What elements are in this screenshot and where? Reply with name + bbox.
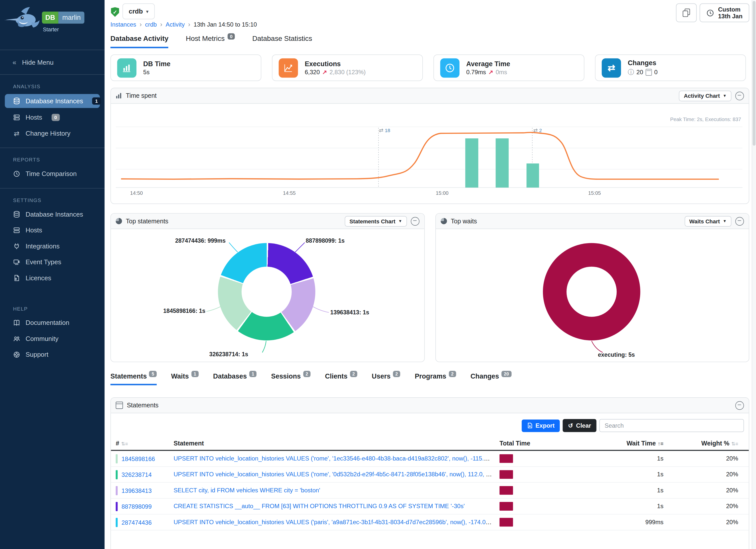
tab-programs[interactable]: Programs2 bbox=[415, 372, 456, 385]
weight-value: 20% bbox=[664, 471, 738, 478]
sidebar-item-support[interactable]: Support bbox=[0, 348, 105, 361]
brand-tier: Starter bbox=[43, 27, 59, 32]
collapse-panel-icon[interactable] bbox=[411, 217, 420, 226]
col-wait-time[interactable]: Wait Time↑≡ bbox=[596, 440, 663, 447]
collapse-panel-icon[interactable] bbox=[735, 217, 744, 226]
hide-menu-button[interactable]: « Hide Menu bbox=[0, 50, 105, 75]
card-db-time[interactable]: DB Time 5s bbox=[110, 54, 261, 81]
sidebar-item-community[interactable]: Community bbox=[0, 332, 105, 345]
panel-title: Time spent bbox=[126, 92, 157, 99]
statement-color-bar bbox=[116, 470, 118, 479]
wait-time-value: 1s bbox=[596, 455, 663, 462]
statement-color-bar bbox=[116, 486, 118, 495]
wait-time-value: 1s bbox=[596, 471, 663, 478]
collapse-panel-icon[interactable] bbox=[735, 401, 744, 410]
weight-value: 20% bbox=[664, 503, 738, 510]
tab-databases[interactable]: Databases1 bbox=[213, 372, 257, 385]
sidebar-item-integrations[interactable]: Integrations bbox=[0, 240, 105, 253]
search-input[interactable] bbox=[599, 419, 744, 432]
activity-chart[interactable]: Peak Time: 2s, Executions: 837 ⇄ 18 bbox=[111, 104, 749, 204]
slice-label: 139638413: 1s bbox=[330, 309, 369, 316]
statement-id-link[interactable]: 1845898166 bbox=[122, 455, 155, 462]
waits-donut-chart[interactable]: executing: 5s bbox=[436, 229, 749, 362]
brand-logo[interactable]: DBmarlin Starter bbox=[0, 0, 105, 50]
total-time-bar bbox=[500, 518, 513, 527]
statements-chart-dropdown[interactable]: Statements Chart▼ bbox=[345, 216, 407, 226]
statement-id-link[interactable]: 139638413 bbox=[122, 487, 152, 494]
clear-button[interactable]: ↺ Clear bbox=[563, 419, 596, 432]
time-range-button[interactable]: Custom 13th Jan bbox=[700, 3, 749, 22]
sidebar-item-hosts[interactable]: Hosts 0 bbox=[0, 111, 105, 124]
tab-clients[interactable]: Clients2 bbox=[325, 372, 357, 385]
up-arrow-icon: ↗ bbox=[322, 69, 327, 76]
chevron-down-icon: ▾ bbox=[146, 9, 148, 14]
tab-sessions[interactable]: Sessions2 bbox=[271, 372, 310, 385]
panel-title: Statements bbox=[127, 402, 159, 409]
sidebar-item-settings-hosts[interactable]: Hosts bbox=[0, 224, 105, 237]
sidebar-section-help: HELP bbox=[13, 306, 105, 311]
statement-link[interactable]: UPSERT INTO vehicle_location_histories V… bbox=[173, 455, 499, 462]
statements-table-panel: Statements Export ↺ Clear #⇅≡ Statement … bbox=[110, 397, 749, 549]
copy-link-button[interactable] bbox=[676, 3, 697, 22]
table-toolbar: Export ↺ Clear bbox=[111, 413, 749, 437]
sidebar-item-event-types[interactable]: Event Types bbox=[0, 255, 105, 268]
statements-panel-header: Statements bbox=[111, 398, 749, 413]
scrollbar[interactable] bbox=[752, 0, 756, 549]
divider bbox=[0, 188, 105, 189]
brand-db: DB bbox=[42, 12, 58, 24]
activity-chart-dropdown[interactable]: Activity Chart▼ bbox=[679, 90, 731, 101]
sidebar-item-licences[interactable]: Licences bbox=[0, 271, 105, 285]
sidebar-item-documentation[interactable]: Documentation bbox=[0, 316, 105, 329]
statement-link[interactable]: UPSERT INTO vehicle_location_histories V… bbox=[173, 519, 499, 526]
breadcrumb-activity[interactable]: Activity bbox=[166, 21, 185, 28]
breadcrumb-separator: › bbox=[140, 21, 142, 28]
sidebar-item-time-comparison[interactable]: Time Comparison bbox=[0, 167, 105, 180]
activity-chart-svg bbox=[116, 106, 743, 189]
table-row: 287474436 UPSERT INTO vehicle_location_h… bbox=[111, 514, 749, 530]
changes-marker[interactable]: ⇄ 2 bbox=[533, 127, 542, 134]
slice-label: 1845898166: 1s bbox=[157, 308, 205, 314]
count-badge: 1 bbox=[92, 98, 101, 105]
swap-arrows-icon: ⇄ bbox=[602, 58, 621, 77]
col-id[interactable]: #⇅≡ bbox=[116, 440, 174, 447]
donut-hole bbox=[566, 267, 617, 317]
tab-host-metrics[interactable]: Host Metrics0 bbox=[186, 35, 235, 48]
tab-waits[interactable]: Waits1 bbox=[171, 372, 199, 385]
export-button[interactable]: Export bbox=[522, 419, 560, 432]
instance-selector[interactable]: crdb ▾ bbox=[123, 3, 155, 19]
col-statement[interactable]: Statement bbox=[173, 440, 499, 447]
tab-users[interactable]: Users2 bbox=[372, 372, 400, 385]
col-weight[interactable]: Weight %⇅≡ bbox=[664, 440, 738, 447]
tab-statements[interactable]: Statements5 bbox=[110, 372, 156, 385]
collapse-panel-icon[interactable] bbox=[735, 91, 744, 100]
statement-id-link[interactable]: 287474436 bbox=[122, 519, 152, 526]
scrollbar-thumb[interactable] bbox=[753, 1, 756, 146]
changes-marker[interactable]: ⇄ 18 bbox=[379, 127, 390, 134]
database-icon bbox=[13, 211, 20, 218]
sidebar-item-change-history[interactable]: ⇄ Change History bbox=[0, 127, 105, 140]
time-spent-header: Time spent Activity Chart▼ bbox=[111, 88, 749, 104]
copy-icon bbox=[683, 9, 690, 17]
card-value: 5s bbox=[143, 69, 170, 76]
waits-chart-dropdown[interactable]: Waits Chart▼ bbox=[685, 216, 731, 226]
breadcrumb-crdb[interactable]: crdb bbox=[145, 21, 157, 28]
tab-database-statistics[interactable]: Database Statistics bbox=[252, 35, 312, 48]
top-waits-panel: Top waits Waits Chart▼ executing: 5s bbox=[435, 213, 749, 362]
card-average-time[interactable]: Average Time 0.79ms ↗ 0ms bbox=[433, 54, 584, 81]
tab-database-activity[interactable]: Database Activity bbox=[110, 35, 168, 48]
tab-changes[interactable]: Changes20 bbox=[470, 372, 511, 385]
statement-id-link[interactable]: 887898099 bbox=[122, 503, 152, 510]
statement-id-link[interactable]: 326238714 bbox=[122, 471, 152, 478]
statement-link[interactable]: UPSERT INTO vehicle_location_histories V… bbox=[173, 471, 498, 478]
breadcrumb-instances[interactable]: Instances bbox=[110, 21, 136, 28]
count-badge: 0 bbox=[51, 114, 60, 121]
statement-color-bar bbox=[116, 502, 118, 511]
statement-link[interactable]: SELECT city, id FROM vehicles WHERE city… bbox=[173, 487, 320, 494]
statements-donut-chart[interactable]: 887898099: 1s 139638413: 1s 326238714: 1… bbox=[111, 229, 424, 362]
sidebar-item-settings-database-instances[interactable]: Database Instances bbox=[0, 208, 105, 221]
col-total-time[interactable]: Total Time bbox=[500, 440, 596, 447]
statement-link[interactable]: CREATE STATISTICS __auto__ FROM [63] WIT… bbox=[173, 503, 464, 510]
card-changes[interactable]: ⇄ Changes ⓘ 20 0 bbox=[595, 54, 746, 81]
sidebar-item-database-instances[interactable]: Database Instances 1 bbox=[5, 94, 100, 108]
card-executions[interactable]: Executions 6,320 ↗ 2,830 (123%) bbox=[272, 54, 423, 81]
